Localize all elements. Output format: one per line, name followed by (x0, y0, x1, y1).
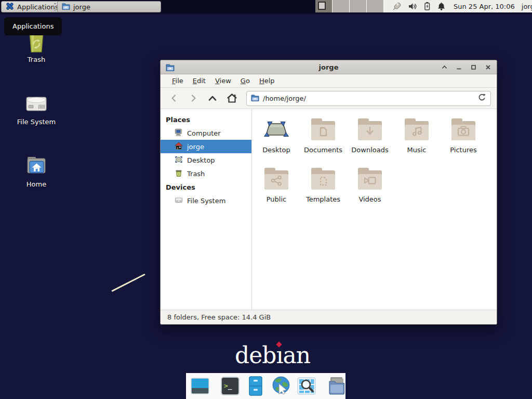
stray-line-artifact (111, 273, 145, 291)
volume-icon[interactable] (408, 2, 417, 11)
folder-item-pictures[interactable]: Pictures (441, 114, 486, 164)
folder-item-documents[interactable]: Documents (300, 114, 346, 164)
top-panel: Applications jorge (0, 0, 532, 14)
applications-menu-icon (6, 2, 14, 12)
sidebar-item-label: File System (187, 197, 225, 205)
panel-right-section: Sun 25 Apr, 10:06 jorge (315, 0, 532, 12)
terminal-icon[interactable]: >_ (220, 376, 241, 396)
workspace-3[interactable] (350, 0, 367, 12)
folder-view[interactable]: Desktop Documents (252, 109, 497, 310)
computer-icon (175, 128, 183, 138)
path-folder-icon (251, 94, 259, 103)
path-input[interactable]: /home/jorge/ (263, 95, 474, 102)
panel-username: jorge (522, 3, 532, 10)
file-manager-icon[interactable] (326, 376, 347, 396)
folder-item-desktop[interactable]: Desktop (254, 114, 299, 164)
mouse-icon[interactable] (392, 2, 402, 11)
menu-view[interactable]: View (210, 75, 236, 86)
menu-file[interactable]: File (167, 75, 188, 86)
sidebar-item-label: jorge (187, 143, 204, 151)
desktop-mini-icon (175, 155, 183, 165)
folder-label: Public (267, 195, 286, 203)
music-folder-icon (403, 117, 430, 144)
folder-icon (62, 3, 70, 11)
home-icon (175, 142, 183, 152)
folder-label: Pictures (450, 146, 476, 154)
system-tray (392, 2, 446, 11)
trash-mini-icon (175, 169, 183, 179)
applications-tooltip: Applications (4, 17, 62, 35)
close-button[interactable] (485, 64, 491, 71)
workspace-pager (315, 0, 384, 12)
up-button[interactable] (205, 91, 220, 105)
sidebar-item-trash[interactable]: Trash (161, 167, 251, 180)
panel-handle[interactable] (54, 3, 56, 11)
sidebar-item-desktop[interactable]: Desktop (161, 153, 251, 167)
debian-logo-i: ı (276, 342, 283, 368)
hard-drive-icon (11, 91, 61, 116)
forward-button[interactable] (185, 91, 201, 105)
file-cabinet-icon[interactable] (245, 376, 266, 396)
home-button[interactable] (224, 91, 240, 105)
folder-item-videos[interactable]: Videos (347, 164, 393, 213)
battery-icon[interactable] (423, 2, 431, 11)
menu-help[interactable]: Help (255, 75, 280, 86)
bell-icon[interactable] (437, 2, 446, 11)
videos-folder-icon (356, 166, 383, 193)
panel-clock[interactable]: Sun 25 Apr, 10:06 (454, 3, 515, 10)
folder-label: Downloads (351, 146, 388, 154)
desktop-icon-home[interactable]: Home (11, 153, 61, 188)
folder-label: Desktop (262, 146, 290, 154)
desktop-icon-filesystem[interactable]: File System (11, 91, 61, 126)
folder-label: Templates (306, 195, 340, 203)
back-button[interactable] (166, 91, 182, 105)
pictures-folder-icon (450, 117, 477, 144)
app-finder-icon[interactable] (296, 376, 317, 396)
desktop-icon-label: Home (11, 180, 61, 188)
taskbar-window-label: jorge (73, 3, 90, 11)
minimize-button[interactable] (456, 64, 462, 71)
desktop-icon-label: File System (11, 118, 61, 126)
sidebar-item-filesystem[interactable]: File System (161, 194, 251, 207)
file-manager-window: jorge File Edit View Go Help (160, 60, 497, 325)
sidebar-item-jorge[interactable]: jorge (161, 140, 251, 153)
desktop: Applications jorge (0, 0, 532, 399)
menu-edit[interactable]: Edit (188, 75, 210, 86)
downloads-folder-icon (356, 117, 383, 144)
sidebar-item-label: Computer (187, 129, 221, 137)
menu-go[interactable]: Go (236, 75, 255, 86)
folder-item-downloads[interactable]: Downloads (347, 114, 393, 164)
folder-item-templates[interactable]: Templates (300, 164, 346, 213)
statusbar: 8 folders, Free space: 14.4 GiB (161, 310, 497, 324)
sidebar-item-computer[interactable]: Computer (161, 126, 251, 140)
workspace-1[interactable] (315, 0, 332, 12)
folder-item-music[interactable]: Music (394, 114, 440, 164)
sidebar: Places Computer (161, 109, 252, 310)
sidebar-item-label: Desktop (187, 156, 215, 164)
maximize-button[interactable] (470, 64, 477, 71)
public-folder-icon (263, 166, 290, 193)
folder-item-public[interactable]: Public (254, 164, 299, 213)
desktop-icon (263, 117, 290, 144)
taskbar-window-button[interactable]: jorge (57, 1, 161, 12)
pager-window-rect (318, 2, 326, 10)
reload-icon[interactable] (477, 93, 486, 104)
titlebar[interactable]: jorge (161, 60, 497, 74)
folder-label: Videos (358, 195, 381, 203)
sidebar-header-devices: Devices (161, 180, 251, 194)
debian-logo: debıan (235, 342, 310, 368)
workspace-2[interactable] (332, 0, 350, 12)
folder-label: Documents (304, 146, 342, 154)
desktop-icon-label: Trash (11, 56, 61, 63)
workspace-4[interactable] (367, 0, 384, 12)
bottom-dock: >_ (186, 373, 345, 399)
menubar: File Edit View Go Help (161, 74, 497, 88)
applications-menu-label: Applications (17, 3, 58, 11)
web-browser-icon[interactable] (271, 376, 291, 396)
shade-button[interactable] (441, 64, 448, 71)
svg-text:>_: >_ (224, 382, 232, 390)
path-bar[interactable]: /home/jorge/ (246, 91, 491, 106)
documents-folder-icon (310, 117, 337, 144)
show-desktop-icon[interactable] (190, 376, 210, 396)
templates-folder-icon (310, 166, 337, 193)
